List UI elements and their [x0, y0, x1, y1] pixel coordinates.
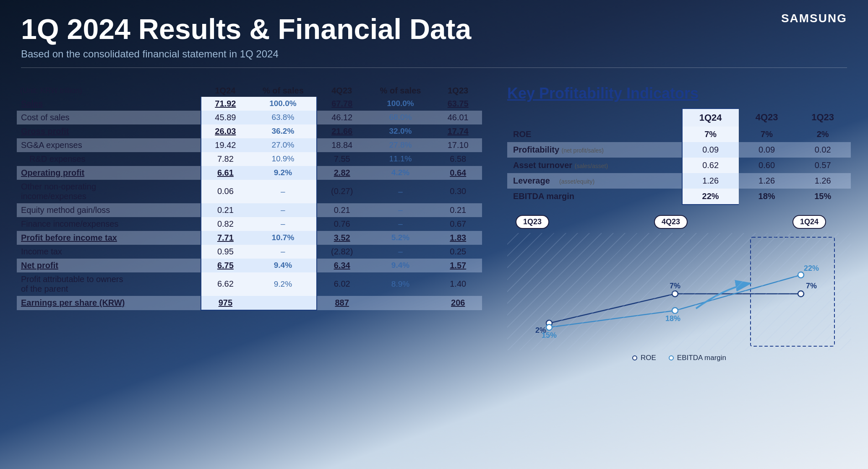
kpi-q24: 0.09: [682, 142, 739, 158]
row-q23q4: 46.12: [317, 111, 367, 124]
row-q23q4: 3.52: [317, 231, 367, 245]
row-q24pct: –: [250, 180, 317, 203]
row-label-net-profit: Net profit: [17, 259, 201, 272]
samsung-logo: SAMSUNG: [781, 12, 847, 25]
row-q23q4: (2.82): [317, 245, 367, 259]
legend-roe: ROE: [632, 354, 656, 362]
svg-point-12: [672, 308, 678, 314]
row-q24pct: –: [250, 217, 317, 231]
row-q24: 7.82: [201, 152, 250, 166]
svg-text:15%: 15%: [542, 331, 557, 339]
kpi-col-1q23: 1Q23: [795, 109, 851, 127]
table-row: Sales 71.92 100.0% 67.78 100.0% 63.75: [17, 97, 482, 111]
row-q24: 19.42: [201, 138, 250, 152]
row-q24pct: 9.2%: [250, 166, 317, 180]
row-q24pct: [250, 296, 317, 310]
svg-line-10: [675, 275, 801, 311]
table-row: Net profit 6.75 9.4% 6.34 9.4% 1.57: [17, 259, 482, 272]
row-q23q4: 0.76: [317, 217, 367, 231]
kpi-q24: 7%: [682, 127, 739, 142]
legend-ebitda: EBITDA margin: [669, 354, 726, 362]
row-q23: 0.25: [434, 245, 482, 259]
row-q24: 6.75: [201, 259, 250, 272]
ebitda-legend-dot: [669, 355, 674, 360]
kpi-header-row: 1Q24 4Q23 1Q23: [507, 109, 851, 127]
row-q23q4pct: 100.0%: [367, 97, 434, 111]
table-row: Operating profit 6.61 9.2% 2.82 4.2% 0.6…: [17, 166, 482, 180]
row-q24pct: –: [250, 203, 317, 217]
row-q23q4pct: –: [367, 217, 434, 231]
row-q23: 1.40: [434, 272, 482, 296]
row-label: Gross profit: [17, 124, 201, 138]
row-q23q4pct: –: [367, 245, 434, 259]
period-1q24: 1Q24: [792, 215, 826, 229]
profitability-chart: 2% 7% 7% 15% 18% 22%: [507, 233, 851, 350]
row-q24: 7.71: [201, 231, 250, 245]
row-q23: 0.67: [434, 217, 482, 231]
row-q24pct: 63.8%: [250, 111, 317, 124]
chart-period-labels: 1Q23 4Q23 1Q24: [507, 215, 851, 229]
svg-text:7%: 7%: [806, 282, 817, 290]
row-q23q4: 887: [317, 296, 367, 310]
row-label: Profit attributable to ownersof the pare…: [17, 272, 201, 296]
row-q24: 26.03: [201, 124, 250, 138]
row-label: Income tax: [17, 245, 201, 259]
row-q23q4pct: –: [367, 180, 434, 203]
row-q23q4: (0.27): [317, 180, 367, 203]
main-content: (Unit: KRW trillion) 1Q24 % of sales 4Q2…: [0, 76, 868, 366]
page-title: 1Q 2024 Results & Financial Data: [21, 13, 847, 45]
unit-label: (Unit: KRW trillion): [17, 85, 201, 97]
col-pct-sales-2: % of sales: [367, 85, 434, 97]
table-row: Equity method gain/loss 0.21 – 0.21 – 0.…: [17, 203, 482, 217]
row-q23q4pct: 5.2%: [367, 231, 434, 245]
row-q23: 1.83: [434, 231, 482, 245]
kpi-row-label: Asset turnover (sales/asset): [507, 158, 682, 173]
kpi-row-label: ROE: [507, 127, 682, 142]
row-q23q4: 18.84: [317, 138, 367, 152]
row-q24pct: 10.7%: [250, 231, 317, 245]
row-q24pct: 10.9%: [250, 152, 317, 166]
table-row: Profit before income tax 7.71 10.7% 3.52…: [17, 231, 482, 245]
svg-point-13: [798, 272, 804, 278]
row-q23q4: 6.02: [317, 272, 367, 296]
row-q23q4: 2.82: [317, 166, 367, 180]
kpi-title: Key Profitability Indicators: [507, 85, 851, 102]
kpi-col-label: [507, 109, 682, 127]
roe-legend-label: ROE: [641, 354, 656, 362]
header-divider: [21, 67, 847, 68]
row-q23q4: 67.78: [317, 97, 367, 111]
row-q24: 45.89: [201, 111, 250, 124]
chart-svg-container: 2% 7% 7% 15% 18% 22%: [507, 233, 851, 350]
chart-legend: ROE EBITDA margin: [507, 354, 851, 362]
row-q24pct: –: [250, 245, 317, 259]
kpi-col-1q24: 1Q24: [682, 109, 739, 127]
row-label: SG&A expenses: [17, 138, 201, 152]
col-1q23: 1Q23: [434, 85, 482, 97]
kpi-row: EBITDA margin 22% 18% 15%: [507, 189, 851, 205]
row-label: Operating profit: [17, 166, 201, 180]
row-q24: 0.95: [201, 245, 250, 259]
row-q24pct: 100.0%: [250, 97, 317, 111]
row-q23: 1.57: [434, 259, 482, 272]
table-row: Income tax 0.95 – (2.82) – 0.25: [17, 245, 482, 259]
kpi-row: Leverage (asset/equity) 1.26 1.26 1.26: [507, 173, 851, 189]
row-q24pct: 9.2%: [250, 272, 317, 296]
row-q23q4: 0.21: [317, 203, 367, 217]
row-label: Earnings per share (KRW): [17, 296, 201, 310]
kpi-q23: 1.26: [795, 173, 851, 189]
row-label: Other non-operatingincome/expenses: [17, 180, 201, 203]
svg-point-4: [672, 291, 678, 297]
table-row: Other non-operatingincome/expenses 0.06 …: [17, 180, 482, 203]
kpi-q23: 2%: [795, 127, 851, 142]
row-q23: 63.75: [434, 97, 482, 111]
col-4q23: 4Q23: [317, 85, 367, 97]
svg-text:18%: 18%: [665, 314, 680, 323]
svg-text:22%: 22%: [804, 264, 819, 272]
row-label: Sales: [17, 97, 201, 111]
kpi-q24: 22%: [682, 189, 739, 205]
row-q24pct: 36.2%: [250, 124, 317, 138]
kpi-q24: 1.26: [682, 173, 739, 189]
row-q23q4pct: 27.8%: [367, 138, 434, 152]
row-q23q4pct: 9.4%: [367, 259, 434, 272]
row-q23: 46.01: [434, 111, 482, 124]
